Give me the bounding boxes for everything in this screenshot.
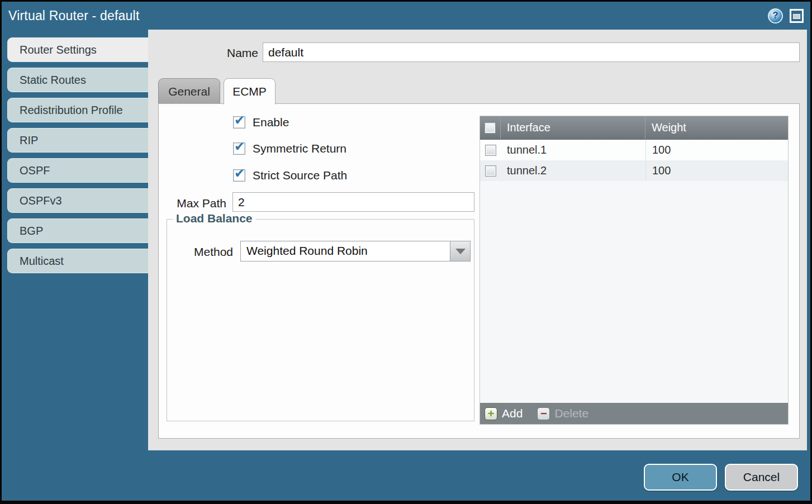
virtual-router-dialog: Virtual Router - default ? Router Settin… <box>0 0 812 504</box>
weight-column-header[interactable]: Weight <box>645 116 788 139</box>
enable-label: Enable <box>253 116 289 129</box>
add-plus-icon: + <box>485 407 497 420</box>
row-checkbox-cell <box>480 165 501 177</box>
ok-button[interactable]: OK <box>644 464 717 491</box>
strict-source-path-label: Strict Source Path <box>253 169 347 182</box>
table-header: Interface Weight <box>480 116 788 140</box>
titlebar-icons: ? <box>768 8 804 23</box>
weight-column-label: Weight <box>652 121 686 134</box>
delete-button-label: Delete <box>554 407 588 420</box>
tab-general[interactable]: General <box>158 78 220 104</box>
symmetric-return-checkbox[interactable]: ✔ <box>233 142 245 155</box>
weight-cell: 100 <box>645 140 788 160</box>
interface-cell: tunnel.1 <box>501 144 645 156</box>
checkmark-icon: ✔ <box>234 113 245 128</box>
weight-cell: 100 <box>645 160 788 181</box>
chevron-down-icon <box>455 249 466 254</box>
table-empty-area <box>480 181 788 403</box>
sidebar-item-static-routes[interactable]: Static Routes <box>7 68 148 92</box>
restore-window-glyph <box>793 14 800 19</box>
method-label: Method <box>167 245 233 259</box>
load-balance-fieldset: Load Balance Method Weighted Round Robin <box>167 219 474 421</box>
symmetric-return-label: Symmetric Return <box>253 142 346 155</box>
max-path-input[interactable] <box>232 192 474 212</box>
interface-cell: tunnel.2 <box>501 164 645 177</box>
row-checkbox[interactable] <box>485 165 496 177</box>
checkmark-icon: ✔ <box>234 139 245 154</box>
add-button-label: Add <box>502 407 523 420</box>
add-button[interactable]: + Add <box>485 407 523 420</box>
sidebar: Router Settings Static Routes Redistribu… <box>2 30 148 501</box>
table-row[interactable]: tunnel.2 100 <box>480 160 788 181</box>
delete-minus-icon: − <box>537 407 550 420</box>
row-checkbox-cell <box>480 145 501 156</box>
row-checkbox[interactable] <box>485 145 496 156</box>
interface-column-header[interactable]: Interface <box>501 116 645 139</box>
content-area: Name General ECMP ✔ Enable ✔ Symmetric R… <box>148 30 807 450</box>
ecmp-panel: ✔ Enable ✔ Symmetric Return ✔ Strict Sou… <box>158 103 800 439</box>
sidebar-item-redistribution-profile[interactable]: Redistribution Profile <box>7 98 148 122</box>
delete-button[interactable]: − Delete <box>537 407 588 420</box>
dialog-title: Virtual Router - default <box>8 8 140 23</box>
sidebar-item-rip[interactable]: RIP <box>7 128 148 153</box>
restore-window-icon[interactable] <box>790 9 804 23</box>
name-input[interactable] <box>263 42 800 62</box>
enable-checkbox-row: ✔ Enable <box>233 116 289 129</box>
titlebar: Virtual Router - default ? <box>2 2 810 30</box>
sidebar-item-ospf[interactable]: OSPF <box>7 158 148 183</box>
sidebar-item-ospfv3[interactable]: OSPFv3 <box>7 188 148 213</box>
table-row[interactable]: tunnel.1 100 <box>480 140 788 160</box>
table-toolbar: + Add − Delete <box>480 403 788 424</box>
select-all-checkbox[interactable] <box>485 122 496 134</box>
help-glyph: ? <box>772 10 778 21</box>
sidebar-item-bgp[interactable]: BGP <box>7 218 148 243</box>
help-icon[interactable]: ? <box>768 8 783 23</box>
enable-checkbox[interactable]: ✔ <box>233 116 245 129</box>
method-dropdown-button[interactable] <box>450 241 470 261</box>
sidebar-item-multicast[interactable]: Multicast <box>7 249 148 273</box>
load-balance-legend: Load Balance <box>173 212 256 225</box>
tab-ecmp[interactable]: ECMP <box>224 78 276 104</box>
method-dropdown[interactable]: Weighted Round Robin <box>240 241 471 261</box>
strict-source-path-checkbox[interactable]: ✔ <box>233 169 245 182</box>
ecmp-interface-table: Interface Weight tunnel.1 100 tunnel.2 1… <box>479 116 789 425</box>
header-checkbox-cell <box>480 116 501 139</box>
sidebar-item-router-settings[interactable]: Router Settings <box>7 37 148 62</box>
name-label: Name <box>148 46 258 60</box>
checkmark-icon: ✔ <box>234 166 245 181</box>
interface-column-label: Interface <box>507 121 550 134</box>
method-selected-value: Weighted Round Robin <box>246 244 368 258</box>
symmetric-return-checkbox-row: ✔ Symmetric Return <box>233 142 346 155</box>
max-path-label: Max Path <box>159 197 226 210</box>
strict-source-path-checkbox-row: ✔ Strict Source Path <box>233 169 347 182</box>
cancel-button[interactable]: Cancel <box>725 464 798 491</box>
